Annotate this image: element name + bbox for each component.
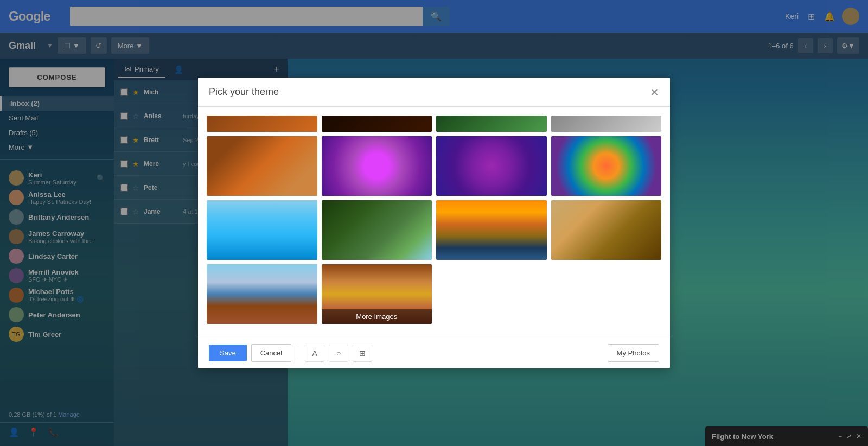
circle-icon: ○ (336, 349, 341, 358)
theme-item-water[interactable] (207, 200, 317, 260)
theme-item-bubbles[interactable] (322, 136, 432, 196)
theme-item-rainbow[interactable] (551, 136, 662, 196)
my-photos-button[interactable]: My Photos (608, 344, 659, 362)
theme-item-r0c1[interactable] (207, 116, 317, 132)
theme-spacer-2 (551, 264, 662, 324)
modal-title: Pick your theme (209, 86, 279, 98)
text-style-button[interactable]: A (305, 345, 324, 362)
theme-item-leaves[interactable] (207, 136, 317, 196)
theme-item-more-images[interactable]: More Images (322, 264, 432, 324)
grid-button[interactable]: ⊞ (353, 345, 372, 362)
theme-spacer-1 (436, 264, 547, 324)
theme-item-r0c3[interactable] (436, 116, 547, 132)
theme-grid-partial (207, 116, 661, 132)
theme-item-r0c4[interactable] (551, 116, 662, 132)
modal-close-button[interactable]: ✕ (650, 87, 659, 98)
theme-grid-row3 (207, 200, 661, 260)
save-button[interactable]: Save (209, 345, 247, 361)
circle-button[interactable]: ○ (329, 345, 348, 362)
theme-picker-modal: Pick your theme ✕ (198, 78, 670, 368)
text-icon: A (312, 349, 317, 358)
more-images-label: More Images (322, 309, 432, 324)
theme-item-forest[interactable] (322, 200, 432, 260)
theme-grid-row2 (207, 136, 661, 196)
grid-icon: ⊞ (359, 349, 366, 358)
modal-overlay: Pick your theme ✕ (0, 0, 868, 446)
theme-item-city[interactable] (207, 264, 317, 324)
cancel-button[interactable]: Cancel (251, 344, 291, 362)
modal-footer: Save Cancel A ○ ⊞ My Photos (198, 337, 670, 368)
modal-body: More Images (198, 107, 670, 337)
theme-item-bridge[interactable] (436, 200, 547, 260)
theme-item-desert[interactable] (551, 200, 662, 260)
theme-grid-row4: More Images (207, 264, 661, 324)
footer-divider (298, 347, 298, 360)
modal-header: Pick your theme ✕ (198, 78, 670, 107)
theme-item-r0c2[interactable] (322, 116, 432, 132)
theme-item-jellyfish[interactable] (436, 136, 547, 196)
